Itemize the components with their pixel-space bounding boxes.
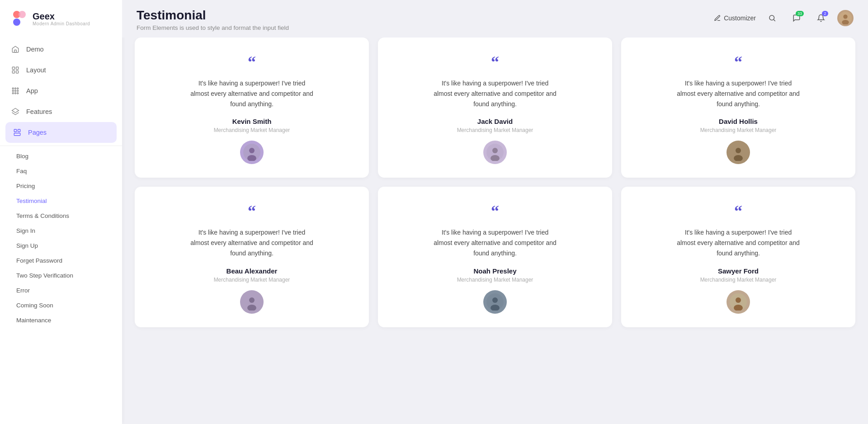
svg-point-14	[12, 93, 14, 94]
testimonial-name-6: Sawyer Ford	[718, 267, 759, 275]
sidebar-logo: Geex Modern Admin Dashboard	[0, 0, 122, 35]
svg-point-8	[12, 88, 14, 89]
testimonial-avatar-3	[726, 141, 750, 164]
quote-icon-3: “	[734, 54, 742, 70]
sidebar-item-blog[interactable]: Blog	[0, 149, 122, 164]
testimonial-text-2: It's like having a superpower! I've trie…	[432, 78, 558, 109]
testimonial-avatar-1	[240, 141, 264, 164]
testimonial-card-4: “ It's like having a superpower! I've tr…	[135, 187, 369, 327]
svg-rect-7	[16, 71, 19, 73]
testimonial-text-1: It's like having a superpower! I've trie…	[189, 78, 315, 109]
page-title: Testimonial	[137, 8, 289, 23]
page-subtitle: Form Elements is used to style and forma…	[137, 24, 289, 31]
testimonial-card-3: “ It's like having a superpower! I've tr…	[621, 38, 855, 178]
svg-rect-18	[14, 129, 16, 132]
layers-icon	[11, 107, 20, 116]
sidebar-item-demo-label: Demo	[26, 46, 44, 53]
testimonial-card-2: “ It's like having a superpower! I've tr…	[378, 38, 612, 178]
sidebar-item-demo[interactable]: Demo	[0, 39, 122, 60]
grid-icon	[11, 86, 20, 95]
sidebar-item-testimonial[interactable]: Testimonial	[0, 193, 122, 208]
testimonial-role-6: Merchandising Market Manager	[700, 277, 777, 283]
sidebar-item-signin[interactable]: Sign In	[0, 223, 122, 238]
sidebar-item-forget-password[interactable]: Forget Password	[0, 253, 122, 268]
header-left: Testimonial Form Elements is used to sty…	[137, 8, 289, 31]
testimonial-role-2: Merchandising Market Manager	[457, 127, 533, 133]
testimonial-role-3: Merchandising Market Manager	[700, 127, 777, 133]
notification-badge: 2	[822, 11, 828, 16]
svg-point-12	[15, 90, 16, 92]
sidebar-item-app[interactable]: App	[0, 80, 122, 101]
svg-marker-17	[12, 108, 19, 113]
testimonial-role-4: Merchandising Market Manager	[214, 277, 290, 283]
testimonial-text-5: It's like having a superpower! I've trie…	[432, 227, 558, 259]
logo-icon	[11, 10, 28, 27]
search-button[interactable]	[764, 10, 780, 26]
testimonial-name-4: Beau Alexander	[226, 267, 278, 275]
testimonial-avatar-4	[240, 290, 264, 314]
sidebar-item-layout-label: Layout	[26, 66, 46, 74]
testimonial-grid: “ It's like having a superpower! I've tr…	[135, 38, 855, 327]
svg-rect-4	[12, 67, 14, 69]
sidebar-item-signup[interactable]: Sign Up	[0, 238, 122, 253]
home-icon	[11, 45, 20, 54]
testimonial-avatar-5	[483, 290, 507, 314]
sidebar-item-features[interactable]: Features	[0, 101, 122, 122]
svg-rect-20	[14, 133, 20, 136]
sidebar-item-features-label: Features	[26, 108, 52, 115]
sidebar-item-faq[interactable]: Faq	[0, 164, 122, 179]
testimonial-text-3: It's like having a superpower! I've trie…	[675, 78, 802, 109]
sidebar-item-two-step[interactable]: Two Step Verification	[0, 268, 122, 283]
testimonial-role-1: Merchandising Market Manager	[214, 127, 290, 133]
quote-icon-1: “	[248, 54, 256, 70]
svg-point-11	[12, 90, 14, 92]
sidebar-item-maintenance[interactable]: Maintenance	[0, 313, 122, 328]
quote-icon-5: “	[491, 203, 499, 219]
sidebar-item-pricing[interactable]: Pricing	[0, 179, 122, 193]
header-right: Customizer 33 2	[714, 8, 854, 26]
sidebar-item-layout[interactable]: Layout	[0, 60, 122, 80]
pages-icon	[13, 128, 22, 137]
testimonial-text-6: It's like having a superpower! I've trie…	[675, 227, 802, 259]
sidebar: Geex Modern Admin Dashboard Demo Layout …	[0, 0, 122, 424]
svg-rect-5	[16, 67, 19, 69]
testimonial-avatar-2	[483, 141, 507, 164]
svg-point-10	[17, 88, 19, 89]
sidebar-item-pages-label: Pages	[28, 129, 47, 136]
customizer-label: Customizer	[724, 14, 756, 22]
testimonial-avatar-6	[726, 290, 750, 314]
sidebar-item-coming-soon[interactable]: Coming Soon	[0, 298, 122, 313]
page-header: Testimonial Form Elements is used to sty…	[122, 0, 868, 38]
svg-point-2	[13, 19, 20, 26]
sidebar-item-app-label: App	[26, 87, 38, 94]
svg-point-30	[492, 148, 498, 153]
layout-icon	[11, 66, 20, 75]
testimonial-name-3: David Hollis	[719, 118, 758, 125]
testimonial-role-5: Merchandising Market Manager	[457, 277, 533, 283]
svg-point-42	[736, 297, 741, 303]
svg-point-9	[15, 88, 16, 89]
sidebar-item-error[interactable]: Error	[0, 283, 122, 298]
testimonial-name-1: Kevin Smith	[232, 118, 272, 125]
svg-point-36	[249, 297, 255, 303]
sidebar-item-pages[interactable]: Pages	[5, 122, 117, 143]
svg-point-15	[15, 93, 16, 94]
notification-button[interactable]: 2	[813, 10, 829, 26]
customizer-button[interactable]: Customizer	[714, 14, 756, 22]
testimonial-card-6: “ It's like having a superpower! I've tr…	[621, 187, 855, 327]
svg-point-24	[843, 14, 847, 19]
svg-line-22	[774, 19, 775, 21]
testimonial-name-2: Jack David	[477, 118, 513, 125]
logo-text: Geex Modern Admin Dashboard	[33, 11, 90, 26]
chat-button[interactable]: 33	[788, 10, 805, 26]
brand-tagline: Modern Admin Dashboard	[33, 21, 90, 26]
main-content: Testimonial Form Elements is used to sty…	[122, 0, 868, 424]
user-avatar[interactable]	[837, 10, 854, 26]
sidebar-item-terms[interactable]: Terms & Conditions	[0, 208, 122, 223]
nav-divider	[0, 146, 122, 146]
testimonial-card-5: “ It's like having a superpower! I've tr…	[378, 187, 612, 327]
svg-point-1	[19, 11, 26, 18]
svg-point-16	[17, 93, 19, 94]
testimonial-content: “ It's like having a superpower! I've tr…	[122, 38, 868, 424]
svg-point-13	[17, 90, 19, 92]
